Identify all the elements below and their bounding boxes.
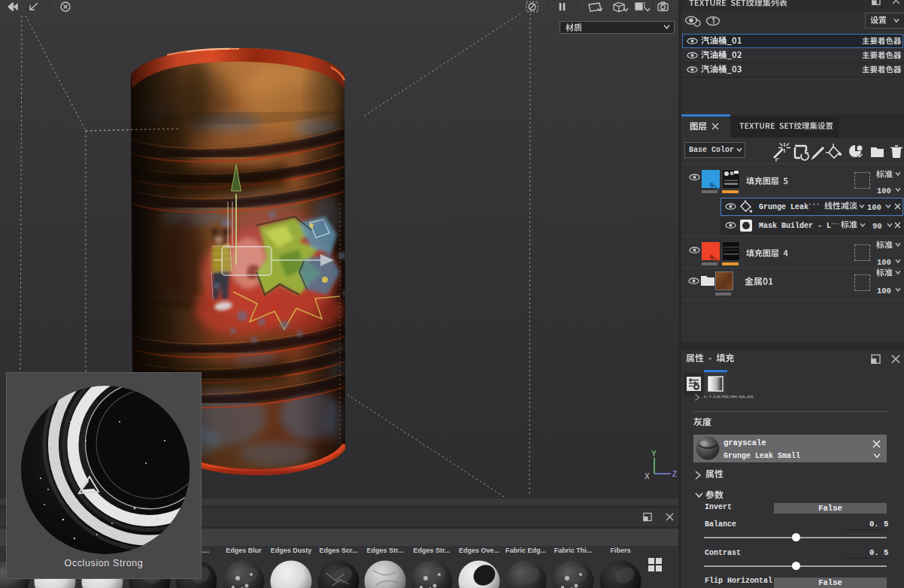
svg-text:Z: Z	[672, 470, 677, 478]
svg-text:Y: Y	[651, 450, 657, 458]
svg-text:X: X	[645, 472, 650, 480]
